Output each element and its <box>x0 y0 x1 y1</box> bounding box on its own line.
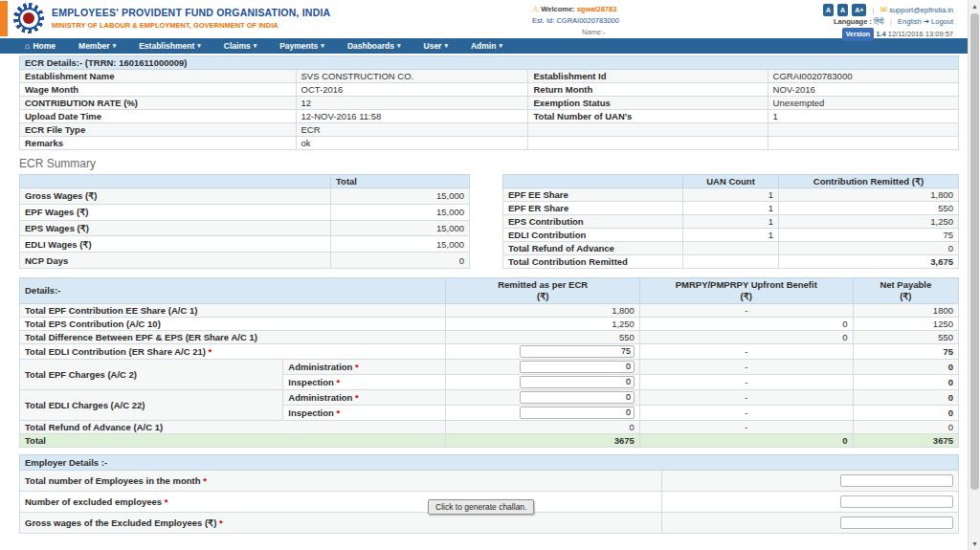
nav-label: Payments <box>279 38 318 54</box>
contribution-value: 1,800 <box>779 188 959 202</box>
nav-item-claims[interactable]: Claims▾ <box>212 38 268 54</box>
contribution-row: EPF ER Share1550 <box>503 202 959 215</box>
remitted-amount-input[interactable] <box>520 345 635 358</box>
home-icon: ⌂ <box>25 38 30 54</box>
font-size-small-button[interactable]: A <box>823 4 834 16</box>
support-email-link[interactable]: support@epfindia.in <box>889 6 953 14</box>
details-sub-label: Administration * <box>283 359 446 374</box>
net-payable-cell: 3675 <box>853 433 958 447</box>
nav-item-admin[interactable]: Admin▾ <box>459 38 514 54</box>
net-payable-cell: 0 <box>853 374 958 389</box>
remitted-amount-input[interactable] <box>520 407 635 419</box>
nav-item-user[interactable]: User▾ <box>412 38 459 54</box>
wages-total-header: Total <box>331 175 470 188</box>
remitted-amount-input[interactable] <box>520 376 635 388</box>
nav-item-member[interactable]: Member▾ <box>67 38 127 54</box>
warning-icon: ⚠ <box>532 5 539 13</box>
contribution-label: EPF EE Share <box>503 188 683 202</box>
chevron-down-icon: ▾ <box>444 38 448 54</box>
employer-field-label: Number of excluded employees * <box>20 491 662 512</box>
field-label <box>528 137 768 150</box>
uan-count-value <box>683 242 779 255</box>
contribution-remitted-header: Contribution Remitted (₹) <box>779 175 959 188</box>
uan-count-value <box>683 255 779 269</box>
remitted-amount-input[interactable] <box>520 361 635 373</box>
employer-field-input[interactable] <box>840 517 953 529</box>
scrollbar-thumb[interactable] <box>970 13 979 490</box>
details-row: Total367503675 <box>20 433 959 447</box>
employer-field-cell <box>662 470 959 491</box>
contribution-row: Total Refund of Advance0 <box>503 242 959 255</box>
employer-field-input[interactable] <box>840 495 953 508</box>
ecr-details-title: ECR Details:- (TRRN: 1601611000009) <box>20 56 959 70</box>
details-row-label: Total Refund of Advance (A/C 1) <box>20 420 446 433</box>
employer-field-label: Total number of Employees in the month * <box>20 470 662 491</box>
field-value <box>768 123 958 137</box>
field-value: 12-NOV-2016 11:58 <box>296 110 528 123</box>
employer-field-input[interactable] <box>840 474 953 487</box>
contribution-label: EDLI Contribution <box>503 229 683 242</box>
field-label <box>528 123 768 137</box>
field-value: CGRAI0020783000 <box>768 70 958 83</box>
details-row: Total EDLI Charges (A/C 22)Administratio… <box>20 389 959 405</box>
font-size-medium-button[interactable]: A <box>837 4 848 16</box>
pmrpy-benefit-cell: - <box>639 343 853 359</box>
scroll-up-icon[interactable]: ▲ <box>969 0 980 12</box>
nav-item-payments[interactable]: Payments▾ <box>268 38 336 54</box>
nav-item-dashboards[interactable]: Dashboards▾ <box>336 38 412 54</box>
vertical-scrollbar[interactable]: ▲ ▼ <box>968 0 980 550</box>
wage-value: 15,000 <box>331 188 470 205</box>
datetime-text: 12/11/2016 13:09:57 <box>888 30 953 38</box>
details-row: Total EPS Contribution (A/C 10)1,2500125… <box>20 317 959 330</box>
version-badge: Version <box>842 28 874 40</box>
net-payable-cell: 0 <box>853 389 958 405</box>
pmrpy-benefit-cell: 0 <box>639 330 853 343</box>
field-value: ECR <box>296 123 528 137</box>
field-value: 12 <box>296 97 528 110</box>
nav-item-establishment[interactable]: Establishment▾ <box>127 38 212 54</box>
details-row-label: Total EPF Contribution EE Share (A/C 1) <box>20 303 446 317</box>
name-label: Name:- <box>582 27 619 38</box>
pmrpy-benefit-cell: - <box>639 420 853 433</box>
nav-label: Home <box>33 38 56 54</box>
wages-row: EPF Wages (₹)15,000 <box>20 204 470 220</box>
employer-details-title: Employer Details :- <box>20 454 959 470</box>
logout-icon: ➜ <box>924 17 929 26</box>
ecr-details-row: Remarksok <box>20 137 959 150</box>
nav-label: User <box>424 38 442 54</box>
logout-link[interactable]: Logout <box>931 17 953 26</box>
font-size-large-button[interactable]: A+ <box>852 4 866 16</box>
nav-label: Claims <box>224 38 251 54</box>
field-value: OCT-2016 <box>296 83 528 97</box>
top-header: EMPLOYEES' PROVIDENT FUND ORGANISATION, … <box>0 0 980 38</box>
pmrpy-benefit-cell: - <box>639 389 853 405</box>
details-row-label: Total EDLI Contribution (ER Share A/C 21… <box>20 343 446 359</box>
remitted-amount-input[interactable] <box>520 391 635 404</box>
required-asterisk: * <box>334 407 340 418</box>
required-asterisk: * <box>201 475 207 486</box>
lang-hindi-link[interactable]: हिंदी <box>874 17 884 26</box>
employer-field-cell <box>662 512 959 533</box>
lang-english-link[interactable]: English <box>898 17 922 26</box>
uan-count-value: 1 <box>683 215 779 229</box>
details-sub-label: Inspection * <box>283 374 446 389</box>
required-asterisk: * <box>352 362 358 372</box>
uan-count-value: 1 <box>683 229 779 242</box>
field-label: ECR File Type <box>20 123 297 137</box>
details-sub-label: Inspection * <box>283 405 446 420</box>
remitted-ecr-cell: 3675 <box>446 433 639 447</box>
pmrpy-benefit-cell: 0 <box>639 433 853 447</box>
ecr-details-row: CONTRIBUTION RATE (%)12Exemption StatusU… <box>20 97 959 110</box>
field-label: Establishment Id <box>528 70 768 83</box>
details-row-label: Total <box>20 433 446 447</box>
col-net-payable: Net Payable(₹) <box>853 278 958 304</box>
contribution-value: 75 <box>779 229 959 242</box>
scroll-down-icon[interactable]: ▼ <box>969 538 980 550</box>
contribution-label: Total Contribution Remitted <box>503 255 683 269</box>
wage-value: 15,000 <box>331 220 470 236</box>
details-table: Details:- Remitted as per ECR(₹) PMRPY/P… <box>19 277 959 448</box>
details-row: Total Refund of Advance (A/C 1)0-0 <box>20 420 959 433</box>
nav-item-home[interactable]: ⌂Home <box>13 38 67 54</box>
chevron-down-icon: ▾ <box>397 38 401 54</box>
field-value: 1 <box>768 110 958 123</box>
